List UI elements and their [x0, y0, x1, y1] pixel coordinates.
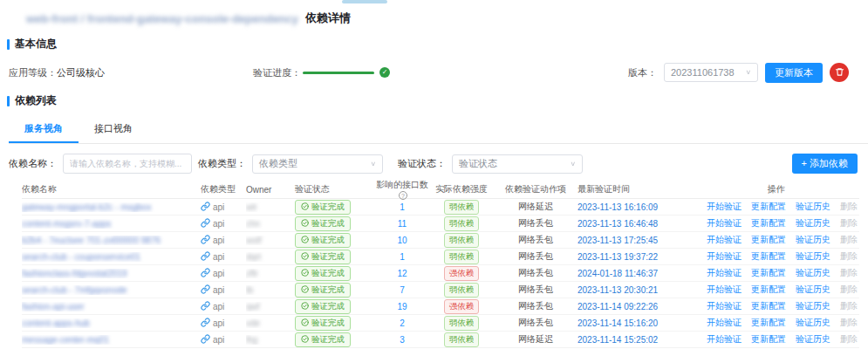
strength-badge: 强依赖 — [444, 266, 480, 281]
verify-action-item: 网络延迟 — [518, 202, 553, 211]
link-icon — [201, 268, 210, 279]
dep-type-filter-label: 依赖类型： — [198, 157, 246, 170]
update-config-link[interactable]: 更新配置 — [751, 250, 786, 263]
owner-name-redacted: dqrt — [246, 252, 261, 262]
delete-version-button[interactable] — [830, 63, 849, 82]
verify-history-link[interactable]: 验证历史 — [796, 333, 830, 346]
verify-action-item: 网络丢包 — [518, 235, 553, 244]
start-verify-link[interactable]: 开始验证 — [707, 284, 742, 296]
tab-interface-view[interactable]: 接口视角 — [79, 117, 148, 143]
dep-name-filter-input[interactable] — [63, 154, 192, 174]
verify-history-link[interactable]: 验证历史 — [796, 250, 830, 263]
dependency-name-link[interactable]: content-msgsrv-7-apps — [22, 219, 111, 229]
owner-name-redacted: tb — [246, 285, 253, 295]
owner-name-redacted: wlr — [246, 202, 257, 212]
link-icon — [201, 202, 210, 213]
verify-status-badge: 验证完成 — [295, 316, 351, 331]
check-circle-icon — [301, 285, 309, 295]
affected-interface-count[interactable]: 1 — [400, 202, 405, 212]
verify-status-text: 验证完成 — [311, 268, 345, 279]
update-config-link[interactable]: 更新配置 — [751, 317, 786, 329]
affected-interface-count[interactable]: 19 — [397, 302, 407, 311]
verify-history-link[interactable]: 验证历史 — [796, 300, 830, 312]
dependency-name-link[interactable]: message-center-mq01 — [22, 335, 109, 345]
dependency-type: api — [213, 285, 224, 295]
dependency-name-link[interactable]: fashionclass-fdgvvstat2019 — [22, 269, 127, 278]
strength-badge: 弱依赖 — [444, 200, 480, 215]
owner-name-redacted: chn — [246, 219, 260, 229]
page-title-suffix: 依赖详情 — [305, 10, 351, 26]
update-version-button[interactable]: 更新版本 — [765, 63, 823, 83]
add-dependency-button[interactable]: + 添加依赖 — [792, 154, 858, 174]
delete-link: 删除 — [840, 284, 858, 296]
verify-status-filter-select[interactable]: 验证状态 ∨ — [452, 154, 583, 174]
col-header-action-item: 依赖验证动作项 — [494, 183, 578, 195]
verify-status-badge: 验证完成 — [295, 216, 351, 231]
start-verify-link[interactable]: 开始验证 — [707, 201, 742, 213]
verify-status-badge: 验证完成 — [295, 299, 351, 314]
verify-history-link[interactable]: 验证历史 — [796, 217, 830, 229]
view-tabs: 服务视角 接口视角 — [9, 117, 868, 144]
owner-name-redacted: vde — [246, 318, 260, 328]
basic-info-row: 应用等级： 公司级核心 验证进度： ✓ 版本： 202311061738 ∨ 更… — [9, 62, 859, 83]
verify-history-link[interactable]: 验证历史 — [796, 267, 830, 279]
affected-interface-count[interactable]: 12 — [397, 269, 407, 278]
affected-interface-count[interactable]: 7 — [400, 285, 405, 295]
progress-label: 验证进度： — [253, 66, 301, 79]
table-row: b2b4 - 7euclsee 701-zxl00000 9876 api ws… — [22, 232, 859, 249]
verify-status-placeholder: 验证状态 — [459, 157, 497, 170]
update-config-link[interactable]: 更新配置 — [751, 267, 786, 279]
latest-verify-time: 2023-11-13 16:16:09 — [578, 202, 658, 212]
verify-status-text: 验证完成 — [311, 202, 345, 213]
start-verify-link[interactable]: 开始验证 — [707, 317, 742, 329]
table-row: search-club - couponservice01 api dqrt 验… — [22, 249, 859, 265]
check-circle-icon — [301, 318, 309, 328]
link-icon — [201, 251, 210, 263]
dependency-name-link[interactable]: gateway-mngportal-b2c - msgbox — [22, 202, 151, 212]
dependency-name-link[interactable]: search-club - couponservice01 — [22, 252, 140, 262]
update-config-link[interactable]: 更新配置 — [751, 234, 786, 246]
update-config-link[interactable]: 更新配置 — [751, 284, 786, 296]
start-verify-link[interactable]: 开始验证 — [707, 234, 742, 246]
dependency-name-link[interactable]: search-club - 7mfgqxsnode — [22, 285, 127, 295]
version-select[interactable]: 202311061738 ∨ — [664, 63, 758, 82]
start-verify-link[interactable]: 开始验证 — [707, 300, 742, 312]
start-verify-link[interactable]: 开始验证 — [707, 267, 742, 279]
start-verify-link[interactable]: 开始验证 — [707, 217, 742, 229]
affected-interface-count[interactable]: 2 — [400, 318, 405, 328]
affected-interface-count[interactable]: 11 — [398, 219, 407, 229]
affected-interface-count[interactable]: 1 — [400, 252, 405, 262]
progress-done-icon: ✓ — [379, 67, 390, 78]
col-header-operations: 操作 — [693, 183, 859, 195]
dependency-type: api — [213, 236, 224, 245]
verify-action-item: 网络丢包 — [518, 284, 553, 294]
strength-badge: 强依赖 — [444, 299, 480, 314]
verify-status-text: 验证完成 — [311, 301, 345, 312]
start-verify-link[interactable]: 开始验证 — [707, 333, 742, 346]
dependency-name-link[interactable]: b2b4 - 7euclsee 701-zxl00000 9876 — [22, 236, 161, 245]
delete-link: 删除 — [840, 234, 858, 246]
update-config-link[interactable]: 更新配置 — [751, 217, 786, 229]
verify-history-link[interactable]: 验证历史 — [796, 284, 830, 296]
latest-verify-time: 2023-11-13 19:37:22 — [578, 252, 658, 262]
check-circle-icon — [301, 269, 309, 278]
check-circle-icon — [301, 236, 309, 245]
dependency-name-link[interactable]: content-apps-hub — [22, 318, 90, 328]
update-config-link[interactable]: 更新配置 — [751, 333, 786, 346]
start-verify-link[interactable]: 开始验证 — [707, 250, 742, 263]
dependency-name-link[interactable]: fashion-api-user — [22, 302, 85, 311]
verify-status-badge: 验证完成 — [295, 283, 351, 298]
link-icon — [201, 284, 210, 296]
dep-type-filter-select[interactable]: 依赖类型 ∨ — [252, 154, 383, 174]
update-config-link[interactable]: 更新配置 — [751, 300, 786, 312]
update-config-link[interactable]: 更新配置 — [751, 201, 786, 213]
affected-interface-count[interactable]: 10 — [397, 236, 407, 245]
latest-verify-time: 2023-11-14 15:25:02 — [578, 335, 658, 345]
question-circle-icon[interactable]: ? — [399, 191, 407, 200]
verify-history-link[interactable]: 验证历史 — [796, 317, 830, 329]
affected-interface-count[interactable]: 3 — [400, 335, 405, 345]
tab-service-view[interactable]: 服务视角 — [9, 117, 79, 143]
delete-link: 删除 — [840, 250, 858, 263]
verify-history-link[interactable]: 验证历史 — [796, 234, 830, 246]
verify-history-link[interactable]: 验证历史 — [796, 201, 830, 213]
